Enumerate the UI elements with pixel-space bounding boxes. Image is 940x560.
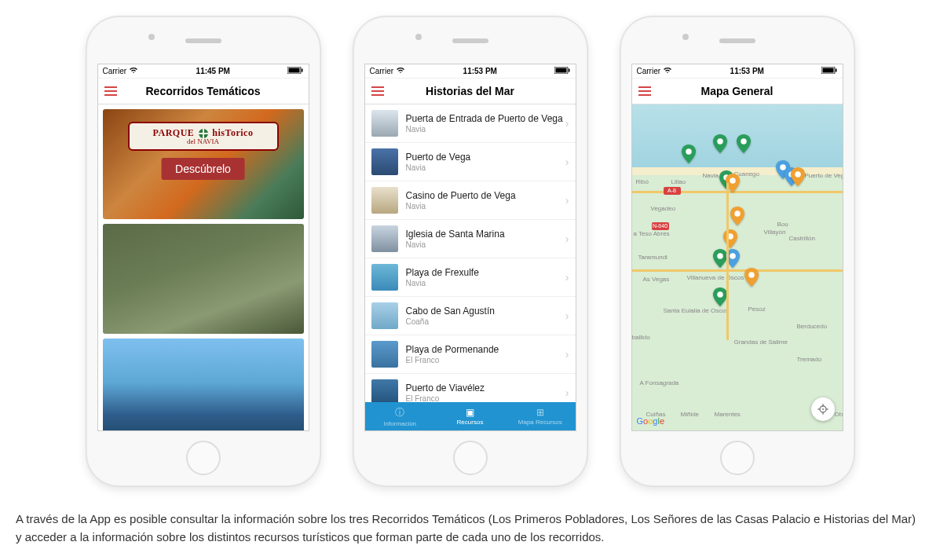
item-title: Puerta de Entrada de Puerto de Vega: [406, 113, 565, 124]
svg-rect-1: [289, 68, 300, 73]
map-label: Ob: [835, 411, 843, 418]
svg-rect-8: [836, 69, 837, 72]
phone-2: Carrier 11:53 PM Historias del Mar Puert…: [353, 16, 588, 487]
svg-point-18: [728, 233, 734, 240]
phone-camera: [415, 34, 422, 40]
thumbnail: [371, 302, 398, 329]
map-label: Puerto de Vega: [805, 172, 843, 179]
thumbnail: [371, 148, 398, 175]
discover-button[interactable]: Descúbrelo: [161, 158, 245, 180]
chevron-right-icon: ›: [565, 271, 569, 284]
svg-point-17: [734, 210, 741, 217]
screen-2: Carrier 11:53 PM Historias del Mar Puert…: [364, 64, 576, 431]
list-item[interactable]: Puerta de Entrada de Puerto de Vega Navi…: [365, 104, 576, 143]
row-text: Playa de Pormenande El Franco: [406, 344, 565, 364]
status-time: 11:45 PM: [196, 67, 230, 75]
menu-icon[interactable]: [371, 86, 384, 96]
content-area[interactable]: PARQUE hisTorico del NAVIA Descúbrelo: [98, 104, 309, 430]
tab-bar: ⓘ Información ▣ Recursos ⊞ Mapa Recursos: [365, 402, 576, 430]
map-label: Lillao: [671, 178, 686, 185]
list-item[interactable]: Cabo de San Agustín Coaña ›: [365, 297, 576, 335]
thumbnail: [371, 225, 398, 252]
map-icon: ⊞: [536, 407, 544, 418]
chevron-right-icon: ›: [565, 232, 569, 245]
map-label: Marentes: [715, 411, 741, 418]
item-subtitle: El Franco: [406, 356, 565, 364]
svg-point-10: [717, 139, 723, 145]
map-label: Navia: [703, 172, 719, 179]
row-text: Playa de Frexulfe Navia: [406, 267, 565, 287]
content-area: A-8 N-640 Ribó Lillao Navia Cuanego Puer…: [632, 104, 843, 430]
map[interactable]: A-8 N-640 Ribó Lillao Navia Cuanego Puer…: [632, 104, 843, 430]
carrier-label: Carrier: [103, 67, 127, 75]
map-pin[interactable]: [725, 174, 741, 192]
tab-info[interactable]: ⓘ Información: [365, 402, 435, 430]
hero-image-2[interactable]: [103, 224, 304, 334]
home-button[interactable]: [720, 441, 755, 475]
item-title: Puerto de Viavélez: [406, 382, 565, 393]
item-title: Playa de Frexulfe: [406, 267, 565, 278]
screen-1: Carrier 11:45 PM Recorridos Temáticos: [97, 64, 309, 431]
crosshair-icon: [817, 403, 829, 415]
svg-point-11: [741, 139, 747, 145]
map-label: Pesoz: [748, 306, 766, 313]
nav-bar: Mapa General: [632, 79, 843, 104]
list-item[interactable]: Puerto de Viavélez El Franco ›: [365, 374, 576, 402]
chevron-right-icon: ›: [565, 117, 569, 130]
list-item[interactable]: Iglesia de Santa Marina Navia ›: [365, 220, 576, 258]
map-label: ballido: [632, 334, 650, 341]
list-item[interactable]: Playa de Pormenande El Franco ›: [365, 335, 576, 374]
svg-rect-4: [556, 68, 567, 73]
thumbnail: [371, 110, 398, 137]
resource-list[interactable]: Puerta de Entrada de Puerto de Vega Navi…: [365, 104, 576, 402]
carrier-label: Carrier: [637, 67, 661, 75]
map-label: As Vegas: [643, 276, 670, 283]
menu-icon[interactable]: [638, 86, 651, 96]
wifi-icon: [396, 67, 405, 75]
map-pin[interactable]: [712, 287, 728, 306]
tab-label: Recursos: [457, 419, 484, 426]
map-pin[interactable]: [712, 249, 728, 268]
item-title: Iglesia de Santa Marina: [406, 229, 565, 240]
carrier-label: Carrier: [370, 67, 394, 75]
wifi-icon: [663, 67, 672, 75]
row-text: Puerta de Entrada de Puerto de Vega Navi…: [406, 113, 565, 133]
map-pin[interactable]: [730, 207, 745, 225]
row-text: Cabo de San Agustín Coaña: [406, 306, 565, 325]
tab-resources[interactable]: ▣ Recursos: [435, 402, 505, 430]
svg-point-19: [717, 253, 723, 259]
svg-rect-2: [302, 69, 303, 72]
battery-icon: [287, 67, 303, 75]
map-pin[interactable]: [722, 229, 738, 248]
hero-discover[interactable]: PARQUE hisTorico del NAVIA Descúbrelo: [103, 109, 304, 219]
row-text: Iglesia de Santa Marina Navia: [406, 229, 565, 248]
list-item[interactable]: Puerto de Vega Navia ›: [365, 143, 576, 181]
item-subtitle: Coaña: [406, 317, 565, 326]
map-pin[interactable]: [790, 167, 806, 186]
caption-text: A través de la App es posible consultar …: [16, 511, 924, 546]
map-pin[interactable]: [681, 145, 697, 163]
map-label: a Teso Abres: [634, 230, 670, 237]
home-button[interactable]: [453, 441, 488, 475]
map-pin[interactable]: [712, 134, 728, 153]
map-pin[interactable]: [725, 249, 741, 268]
content-area: Puerta de Entrada de Puerto de Vega Navi…: [365, 104, 576, 430]
home-button[interactable]: [186, 441, 221, 475]
tab-map[interactable]: ⊞ Mapa Recursos: [505, 402, 575, 430]
map-pin[interactable]: [736, 134, 752, 153]
menu-icon[interactable]: [104, 86, 117, 96]
list-item[interactable]: Playa de Frexulfe Navia ›: [365, 258, 576, 297]
info-icon: ⓘ: [395, 406, 404, 419]
svg-rect-7: [823, 68, 834, 73]
map-label: Villayón: [764, 229, 786, 236]
item-title: Puerto de Vega: [406, 152, 565, 163]
tab-label: Información: [383, 420, 416, 427]
locate-button[interactable]: [811, 397, 835, 421]
chevron-right-icon: ›: [565, 348, 569, 361]
tab-label: Mapa Recursos: [518, 419, 562, 426]
resources-icon: ▣: [466, 407, 474, 418]
map-pin[interactable]: [744, 268, 759, 287]
hero-image-3[interactable]: [103, 339, 304, 430]
park-logo: PARQUE hisTorico del NAVIA: [128, 122, 279, 151]
list-item[interactable]: Casino de Puerto de Vega Navia ›: [365, 181, 576, 220]
